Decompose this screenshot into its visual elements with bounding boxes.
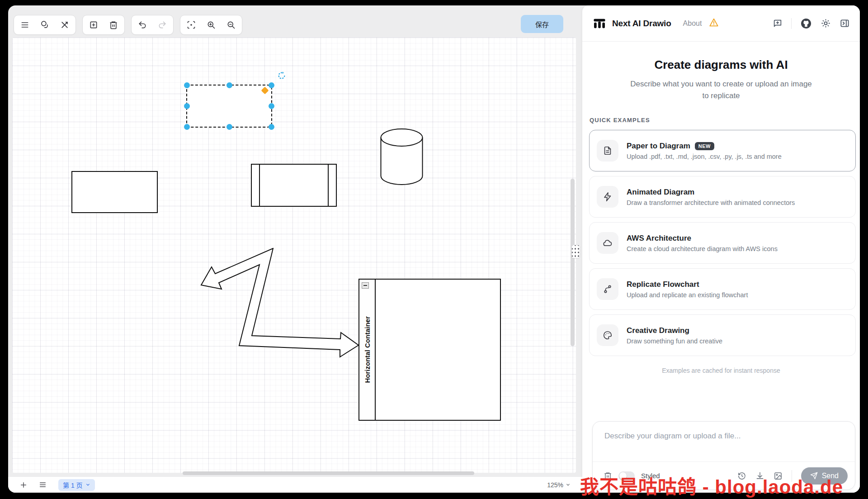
resize-handle[interactable] xyxy=(269,124,274,130)
fit-view-button[interactable] xyxy=(181,16,201,33)
resize-handle[interactable] xyxy=(269,82,274,88)
horizontal-scrollbar[interactable] xyxy=(183,471,474,475)
panel-collapse-icon xyxy=(840,18,850,29)
rotate-handle-icon[interactable] xyxy=(277,71,287,82)
collapse-panel-button[interactable] xyxy=(840,18,850,29)
undo-icon xyxy=(138,20,147,29)
card-title: Paper to Diagram xyxy=(627,142,690,151)
settings-button[interactable] xyxy=(821,18,831,29)
card-title: AWS Architecture xyxy=(627,234,691,243)
zoom-in-button[interactable] xyxy=(201,16,221,33)
panel-resize-handle[interactable] xyxy=(572,245,580,258)
add-page-button[interactable] xyxy=(84,16,104,33)
chevron-down-icon xyxy=(85,482,90,487)
page-tab[interactable]: 第 1 页 xyxy=(58,479,95,491)
feedback-icon xyxy=(773,19,783,29)
container-collapse-button[interactable] xyxy=(362,282,369,289)
new-badge: NEW xyxy=(695,142,714,150)
edge-connect-marker[interactable] xyxy=(261,87,269,95)
shapes-icon xyxy=(40,20,49,29)
card-creative-drawing[interactable]: Creative Drawing Draw something fun and … xyxy=(589,314,856,356)
container-title-bar[interactable]: Horizontal Container xyxy=(359,280,376,420)
toolbar-group-zoom xyxy=(180,15,242,35)
toolbar-group-edit xyxy=(82,15,125,35)
canvas-footer: 第 1 页 125% xyxy=(8,476,582,493)
ai-sidebar: Next AI Drawio About xyxy=(582,5,860,493)
card-aws-architecture[interactable]: AWS Architecture Create a cloud architec… xyxy=(589,222,856,264)
zoom-out-button[interactable] xyxy=(221,16,241,33)
hero: Create diagrams with AI Describe what yo… xyxy=(582,58,860,101)
cylinder-shape[interactable] xyxy=(380,128,424,185)
redo-button[interactable] xyxy=(152,16,172,33)
panel-subtitle: Describe what you want to create or uplo… xyxy=(626,78,816,101)
add-box-icon xyxy=(89,20,98,29)
brand: Next AI Drawio xyxy=(592,16,671,31)
shapes-button[interactable] xyxy=(35,16,55,33)
card-desc: Upload .pdf, .txt, .md, .json, .csv, .py… xyxy=(627,153,782,160)
vertical-scrollbar[interactable] xyxy=(571,179,575,346)
menu-icon xyxy=(20,20,29,29)
card-title: Creative Drawing xyxy=(627,326,689,335)
menu-button[interactable] xyxy=(15,16,35,33)
zap-icon xyxy=(597,186,618,208)
selected-rounded-rectangle[interactable] xyxy=(186,85,272,128)
rectangle-shape[interactable] xyxy=(71,171,158,213)
card-desc: Draw something fun and creative xyxy=(627,337,722,345)
undo-button[interactable] xyxy=(132,16,152,33)
horizontal-container-shape[interactable]: Horizontal Container xyxy=(359,279,501,421)
process-shape[interactable] xyxy=(251,164,337,207)
feedback-button[interactable] xyxy=(773,19,783,29)
card-replicate-flowchart[interactable]: Replicate Flowchart Upload and replicate… xyxy=(589,268,856,310)
sidebar-header: Next AI Drawio About xyxy=(582,5,860,42)
github-icon xyxy=(800,18,812,29)
header-divider xyxy=(791,18,792,29)
file-text-icon xyxy=(597,140,618,162)
resize-handle[interactable] xyxy=(184,103,190,109)
github-link[interactable] xyxy=(800,18,812,29)
resize-handle[interactable] xyxy=(269,103,274,109)
zoom-out-icon xyxy=(226,20,236,29)
header-icons xyxy=(773,18,850,29)
toolbar-group-main xyxy=(14,15,76,35)
zoom-level-value: 125% xyxy=(547,481,563,489)
warning-icon[interactable] xyxy=(709,18,719,29)
design-tools-icon xyxy=(60,20,69,29)
resize-handle[interactable] xyxy=(184,124,190,130)
resize-handle[interactable] xyxy=(226,124,232,130)
design-tools-button[interactable] xyxy=(55,16,75,33)
card-desc: Create a cloud architecture diagram with… xyxy=(627,245,778,252)
trash-icon xyxy=(109,20,118,29)
zoom-level-control[interactable]: 125% xyxy=(547,481,571,489)
page-tab-label: 第 1 页 xyxy=(63,480,83,489)
palette-icon xyxy=(597,324,618,346)
save-button[interactable]: 保存 xyxy=(521,15,563,33)
cache-note: Examples are cached for instant response xyxy=(582,367,860,374)
brand-title: Next AI Drawio xyxy=(612,19,671,29)
app-logo-icon xyxy=(592,16,607,31)
panel-title: Create diagrams with AI xyxy=(582,58,860,72)
prompt-input[interactable] xyxy=(593,422,855,461)
resize-handle[interactable] xyxy=(226,82,232,88)
card-title: Replicate Flowchart xyxy=(627,280,699,289)
resize-handle[interactable] xyxy=(184,82,190,88)
add-sheet-button[interactable] xyxy=(20,481,27,489)
canvas-pane: Horizontal Container xyxy=(8,5,582,493)
card-animated-diagram[interactable]: Animated Diagram Draw a transformer arch… xyxy=(589,176,856,218)
canvas-toolbar xyxy=(14,15,242,35)
card-paper-to-diagram[interactable]: Paper to Diagram NEW Upload .pdf, .txt, … xyxy=(589,130,856,171)
redo-icon xyxy=(158,20,167,29)
git-branch-icon xyxy=(597,278,618,300)
sheet-list-button[interactable] xyxy=(39,481,47,489)
card-desc: Draw a transformer architecture with ani… xyxy=(627,199,795,206)
quick-examples-label: QUICK EXAMPLES xyxy=(590,117,860,124)
zoom-in-icon xyxy=(207,20,216,29)
toolbar-group-history xyxy=(131,15,174,35)
focus-icon xyxy=(187,20,196,29)
quick-example-cards: Paper to Diagram NEW Upload .pdf, .txt, … xyxy=(582,130,860,356)
about-link[interactable]: About xyxy=(683,19,702,28)
delete-button[interactable] xyxy=(104,16,123,33)
cloud-icon xyxy=(597,232,618,254)
bent-double-arrow-shape[interactable] xyxy=(199,248,362,361)
gear-icon xyxy=(821,18,831,29)
list-icon xyxy=(39,481,47,489)
